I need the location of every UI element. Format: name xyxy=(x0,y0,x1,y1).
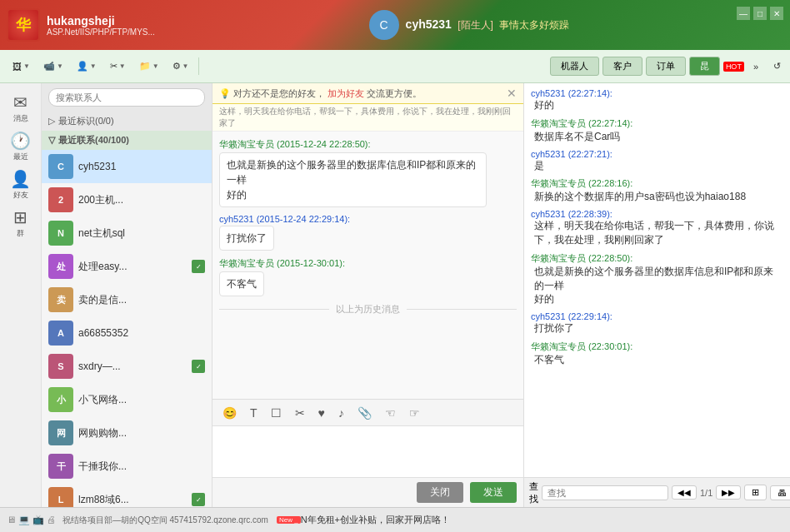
nav-recent-label: 最近 xyxy=(13,152,28,162)
contact-name-lzm: lzm88域6... xyxy=(78,493,187,507)
right-search-input[interactable] xyxy=(542,485,668,500)
tool-contact-btn[interactable]: 👤▼ xyxy=(71,57,102,75)
tab-order[interactable]: 订单 xyxy=(646,57,686,76)
page-last-btn[interactable]: ▶▶ xyxy=(716,485,741,500)
contact-item-a66[interactable]: A a66855352 xyxy=(42,316,212,350)
heart-btn[interactable]: ♥ xyxy=(315,405,328,421)
emoji-btn[interactable]: 😊 xyxy=(219,405,240,421)
right-icon-2[interactable]: 🖷 xyxy=(770,485,790,500)
contact-item-sxdry[interactable]: S sxdry—... ✓ xyxy=(42,350,212,383)
tab-robot[interactable]: 机器人 xyxy=(550,57,599,76)
contact-item-gc[interactable]: 干 干捶我你... xyxy=(42,450,212,483)
msg-bubble-3: 不客气 xyxy=(219,271,264,296)
message-icon: ✉ xyxy=(13,92,28,112)
toolbar-refresh-btn[interactable]: ↺ xyxy=(768,57,787,75)
close-notification-btn[interactable]: ✕ xyxy=(507,87,517,100)
status-bar: 🖥 💻 📺 🖨 祝结络项目部—胡的QQ空间 457415792.qzone.qr… xyxy=(0,507,790,532)
chat-title-area: C cyh5231 [陌生人] 事情太多好烦躁 xyxy=(369,10,570,40)
nav-friend-label: 好友 xyxy=(13,190,28,201)
status-watermark: 祝结络项目部—胡的QQ空间 457415792.qzone.qrc.com xyxy=(62,515,268,526)
recent-starred-group[interactable]: ▷ 最近标识(0/0) xyxy=(42,112,212,131)
minimize-button[interactable]: — xyxy=(737,7,750,20)
contact-item-wg[interactable]: 网 网购购物... xyxy=(42,416,212,450)
image-chat-btn[interactable]: ☐ xyxy=(268,405,285,421)
chat-text-input[interactable] xyxy=(212,426,523,477)
close-chat-btn[interactable]: 关闭 xyxy=(417,482,463,503)
tool-file-btn[interactable]: 📁▼ xyxy=(133,57,165,75)
right-text-4: 新换的这个数据库的用户sa密码也设为haiao188 xyxy=(534,190,783,204)
nav-message[interactable]: ✉ 消息 xyxy=(4,90,38,127)
msg-row-1: 华籁淘宝专员 (2015-12-24 22:28:50): 也就是新换的这个服务… xyxy=(219,138,517,207)
nav-group-label: 群 xyxy=(17,228,24,239)
notif-text: 💡 对方还不是您的好友， 加为好友 交流更方便。 xyxy=(219,87,422,100)
attach-btn[interactable]: 📎 xyxy=(354,405,375,421)
right-msg-8: 华籁淘宝专员 (22:30:01): 不客气 xyxy=(531,341,783,367)
contact-name-fei: 小飞网络... xyxy=(78,393,205,407)
nav-recent[interactable]: 🕐 最近 xyxy=(4,128,38,165)
group-icon: ⊞ xyxy=(13,207,28,227)
app-subtitle: ASP.Net/IIS/PHP/FTP/MYS... xyxy=(47,27,155,37)
right-text-3: 是 xyxy=(534,159,783,173)
contact-avatar-net: N xyxy=(48,221,73,246)
title-center: C cyh5231 [陌生人] 事情太多好烦躁 xyxy=(155,10,783,40)
msg-sender-1: 华籁淘宝专员 (2015-12-24 22:28:50): xyxy=(219,138,517,151)
toolbar-right: 机器人 客户 订单 昆 HOT » ↺ xyxy=(550,57,787,76)
contact-list: C cyh5231 2 200主机... N net主机sql 处 处理easy… xyxy=(42,150,212,507)
contact-item-easy[interactable]: 处 处理easy... ✓ xyxy=(42,250,212,283)
right-icon-1[interactable]: ⊞ xyxy=(744,485,767,500)
chat-area: 💡 对方还不是您的好友， 加为好友 交流更方便。 ✕ 这样，明天我在给你电话，帮… xyxy=(212,83,523,507)
page-first-btn[interactable]: ◀◀ xyxy=(672,485,697,500)
toolbar-section-main: 🖼▼ 📹▼ 👤▼ ✂▼ 📁▼ ⚙▼ xyxy=(3,57,199,75)
tool-app-btn[interactable]: ⚙▼ xyxy=(167,57,195,75)
contact-avatar-sxdry: S xyxy=(48,354,73,379)
logo-inner: 华 xyxy=(8,10,38,40)
tool-video-btn[interactable]: 📹▼ xyxy=(38,57,69,75)
right-btn[interactable]: ☞ xyxy=(406,405,423,421)
chat-name: cyh5231 [陌生人] 事情太多好烦躁 xyxy=(406,17,570,32)
right-panel: cyh5231 (22:27:14): 好的 华籁淘宝专员 (22:27:14)… xyxy=(523,83,790,507)
contact-avatar-200: 2 xyxy=(48,187,73,212)
contact-item-fei[interactable]: 小 小飞网络... xyxy=(42,383,212,416)
font-btn[interactable]: T xyxy=(247,405,261,421)
recent-contacts-group[interactable]: ▽ 最近联系(40/100) xyxy=(42,131,212,150)
contact-avatar-wg: 网 xyxy=(48,420,73,445)
right-sender-5: cyh5231 (22:28:39): xyxy=(531,209,612,219)
notif-detail: 这样，明天我在给你电话，帮我一下，具体费用，你说下，我在处理，我刚刚回家了 xyxy=(212,104,523,132)
contact-item-200[interactable]: 2 200主机... xyxy=(42,183,212,216)
right-text-6: 也就是新换的这个服务器里的数据库信息和IP都和原来的一样好的 xyxy=(534,265,783,306)
left-btn[interactable]: ☜ xyxy=(382,405,399,421)
close-button[interactable]: ✕ xyxy=(770,7,783,20)
music-btn[interactable]: ♪ xyxy=(335,405,348,421)
search-label: 查找 xyxy=(529,480,538,505)
toolbar-more-btn[interactable]: » xyxy=(748,58,764,75)
maximize-button[interactable]: □ xyxy=(753,7,767,20)
contact-name-easy: 处理easy... xyxy=(78,260,187,274)
add-friend-link[interactable]: 加为好友 xyxy=(328,88,364,98)
status-left-icons: 🖥 💻 📺 🖨 xyxy=(7,515,56,525)
contact-status-icon-sxdry: ✓ xyxy=(192,360,205,373)
tool-screenshot-btn[interactable]: ✂▼ xyxy=(104,57,132,75)
contact-item-net[interactable]: N net主机sql xyxy=(42,216,212,250)
contact-item-lzm[interactable]: L lzm88域6... ✓ xyxy=(42,483,212,507)
tab-kun[interactable]: 昆 xyxy=(689,57,720,76)
right-msg-7: cyh5231 (22:29:14): 打扰你了 xyxy=(531,311,783,336)
right-sender-6: 华籁淘宝专员 (22:28:50): xyxy=(531,253,632,263)
send-btn[interactable]: 发送 xyxy=(470,482,517,503)
chat-input-area: 😊 T ☐ ✂ ♥ ♪ 📎 ☜ ☞ 关闭 发送 xyxy=(212,399,523,507)
title-bar: 华 hukangsheji ASP.Net/IIS/PHP/FTP/MYS...… xyxy=(0,0,790,50)
tool-image-btn[interactable]: 🖼▼ xyxy=(7,58,36,75)
contact-item-cyh5231[interactable]: C cyh5231 xyxy=(42,150,212,183)
contact-name-sxdry: sxdry—... xyxy=(78,360,187,372)
right-footer: 查找 ◀◀ 1/1 ▶▶ ⊞ 🖷 📋 🔲 xyxy=(524,477,790,507)
contact-name-cyh5231: cyh5231 xyxy=(78,161,205,172)
msg-bubble-1: 也就是新换的这个服务器里的数据库信息和IP都和原来的一样好的 xyxy=(219,152,487,207)
nav-friend[interactable]: 👤 好友 xyxy=(4,167,38,203)
search-input[interactable] xyxy=(48,88,205,107)
tab-customer[interactable]: 客户 xyxy=(602,57,642,76)
right-msg-3: cyh5231 (22:27:21): 是 xyxy=(531,149,783,173)
contact-avatar-gc: 干 xyxy=(48,454,73,479)
cut-btn[interactable]: ✂ xyxy=(292,405,308,421)
right-text-7: 打扰你了 xyxy=(534,321,783,336)
contact-item-mai[interactable]: 卖 卖的是信... xyxy=(42,283,212,316)
nav-group[interactable]: ⊞ 群 xyxy=(4,205,38,241)
